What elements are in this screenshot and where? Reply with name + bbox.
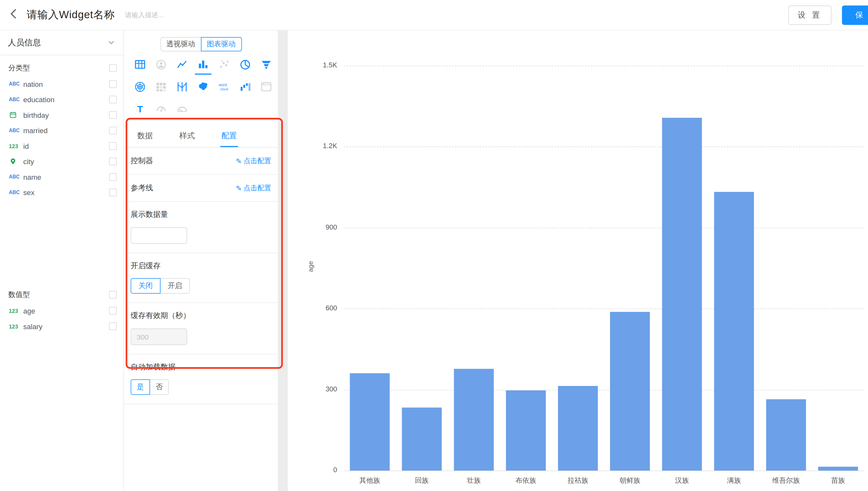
text-field-icon: ABC: [9, 97, 23, 102]
field-item-married[interactable]: ABCmarried: [0, 123, 124, 138]
parallel-chart-icon[interactable]: [174, 79, 190, 97]
iframe-chart-icon[interactable]: [258, 79, 274, 97]
autoload-option[interactable]: 否: [150, 379, 169, 395]
chart-drive-button[interactable]: 图表驱动: [201, 37, 242, 51]
tab-数据[interactable]: 数据: [136, 127, 154, 147]
field-checkbox[interactable]: [109, 80, 117, 88]
speedometer-chart-icon[interactable]: [174, 101, 190, 119]
bar-苗族[interactable]: [818, 466, 858, 470]
chevron-left-icon: [8, 8, 20, 22]
x-tick-label: 其他族: [344, 476, 396, 485]
cache-option[interactable]: 开启: [160, 278, 190, 293]
tab-配置[interactable]: 配置: [220, 127, 238, 147]
bar-汉族[interactable]: [662, 118, 702, 470]
select-all-checkbox[interactable]: [109, 291, 117, 298]
field-type-label: 分类型: [8, 63, 30, 73]
panel-tabs: 数据样式配置: [124, 127, 278, 148]
gauge-chart-icon[interactable]: [153, 101, 169, 119]
x-tick-label: 拉祜族: [552, 476, 604, 485]
field-item-city[interactable]: city: [0, 154, 124, 169]
data-limit-input[interactable]: [131, 227, 187, 244]
bar-布依族[interactable]: [506, 391, 546, 470]
y-tick-label: 1.2K: [304, 142, 337, 150]
bar-维吾尔族[interactable]: [766, 399, 806, 470]
table-chart-icon[interactable]: [132, 57, 148, 75]
svg-text:T: T: [137, 104, 143, 114]
field-checkbox[interactable]: [109, 322, 117, 330]
pie-chart-icon[interactable]: [237, 57, 253, 75]
gridline: [344, 309, 864, 309]
panel-gutter: [278, 30, 288, 491]
drive-mode-toggle: 透视驱动图表驱动: [124, 37, 278, 51]
config-section: 控制器 ✎ 点击配置 参考线 ✎ 点击配置 展示数据量 开启缓存 关闭开启: [124, 147, 278, 404]
field-section: 分类型ABCnationABCeducationbirthdayABCmarri…: [0, 60, 124, 200]
field-item-age[interactable]: 123age: [0, 303, 124, 318]
radar-chart-icon[interactable]: [132, 79, 148, 97]
controller-configure-text: 点击配置: [244, 156, 271, 165]
back-button[interactable]: [3, 4, 24, 26]
edit-pencil-icon: ✎: [236, 184, 242, 192]
autoload-option[interactable]: 是: [131, 379, 150, 395]
chart-config-panel: 透视驱动图表驱动 wordcloudT 数据样式配置 控制器 ✎ 点击配置 参考…: [124, 30, 278, 491]
cache-option[interactable]: 关闭: [131, 278, 161, 293]
field-checkbox[interactable]: [109, 307, 117, 314]
map-chart-icon[interactable]: [195, 79, 212, 97]
field-item-sex[interactable]: ABCsex: [0, 185, 124, 200]
waterfall-chart-icon[interactable]: [237, 79, 253, 97]
field-item-id[interactable]: 123id: [0, 138, 124, 153]
field-checkbox[interactable]: [109, 111, 117, 119]
bar-壮族[interactable]: [454, 368, 494, 470]
matrix-chart-icon[interactable]: [153, 79, 169, 97]
field-type-label: 数值型: [8, 290, 30, 300]
field-sidebar: 人员信息 分类型ABCnationABCeducationbirthdayABC…: [0, 30, 124, 491]
field-item-nation[interactable]: ABCnation: [0, 76, 124, 92]
view-selector[interactable]: 人员信息: [0, 30, 124, 55]
select-all-checkbox[interactable]: [109, 64, 117, 72]
number-field-icon: 123: [9, 323, 23, 329]
line-chart-icon[interactable]: [174, 57, 190, 75]
field-checkbox[interactable]: [109, 158, 117, 165]
text-field-icon: ABC: [9, 190, 23, 195]
tab-样式[interactable]: 样式: [178, 127, 196, 147]
field-list: 分类型ABCnationABCeducationbirthdayABCmarri…: [0, 55, 124, 334]
field-checkbox[interactable]: [109, 142, 117, 150]
bar-拉祜族[interactable]: [558, 386, 598, 470]
reference-line-configure-link[interactable]: ✎ 点击配置: [236, 183, 271, 193]
gridline: [344, 389, 864, 390]
widget-description-input[interactable]: 请输入描述...: [125, 10, 164, 20]
number-field-icon: 123: [9, 308, 23, 314]
controller-configure-link[interactable]: ✎ 点击配置: [236, 156, 271, 165]
calendar-icon: [9, 111, 23, 120]
field-checkbox[interactable]: [109, 189, 117, 196]
gridline: [344, 228, 864, 228]
bar-回族[interactable]: [402, 408, 442, 470]
user-chart-icon[interactable]: [153, 57, 169, 75]
bar-朝鲜族[interactable]: [610, 312, 650, 470]
scatter-chart-icon[interactable]: [216, 57, 233, 75]
field-item-birthday[interactable]: birthday: [0, 107, 124, 123]
field-checkbox[interactable]: [109, 96, 117, 104]
save-button[interactable]: 保 存: [842, 5, 868, 25]
cache-ttl-row: 缓存有效期（秒）: [124, 303, 278, 354]
field-item-education[interactable]: ABCeducation: [0, 92, 124, 107]
field-checkbox[interactable]: [109, 173, 117, 181]
field-item-salary[interactable]: 123salary: [0, 319, 124, 334]
reference-line-configure-text: 点击配置: [244, 183, 271, 193]
funnel-chart-icon[interactable]: [258, 57, 274, 75]
wordcloud-chart-icon[interactable]: wordcloud: [216, 79, 233, 97]
controller-row: 控制器 ✎ 点击配置: [124, 147, 278, 175]
field-type-header: 分类型: [0, 60, 124, 76]
text-chart-icon[interactable]: T: [132, 101, 148, 119]
field-checkbox[interactable]: [109, 127, 117, 135]
settings-button[interactable]: 设 置: [788, 5, 832, 25]
y-tick-label: 900: [304, 223, 337, 231]
field-item-name[interactable]: ABCname: [0, 169, 124, 184]
pivot-drive-button[interactable]: 透视驱动: [160, 37, 201, 51]
bar-chart-icon[interactable]: [195, 57, 212, 75]
bar-满族[interactable]: [714, 192, 754, 470]
cache-ttl-input: [131, 328, 187, 345]
controller-label: 控制器: [131, 156, 153, 166]
widget-name-input[interactable]: 请输入Widget名称: [27, 8, 115, 22]
bar-其他族[interactable]: [350, 374, 390, 470]
field-name: nation: [23, 80, 43, 88]
